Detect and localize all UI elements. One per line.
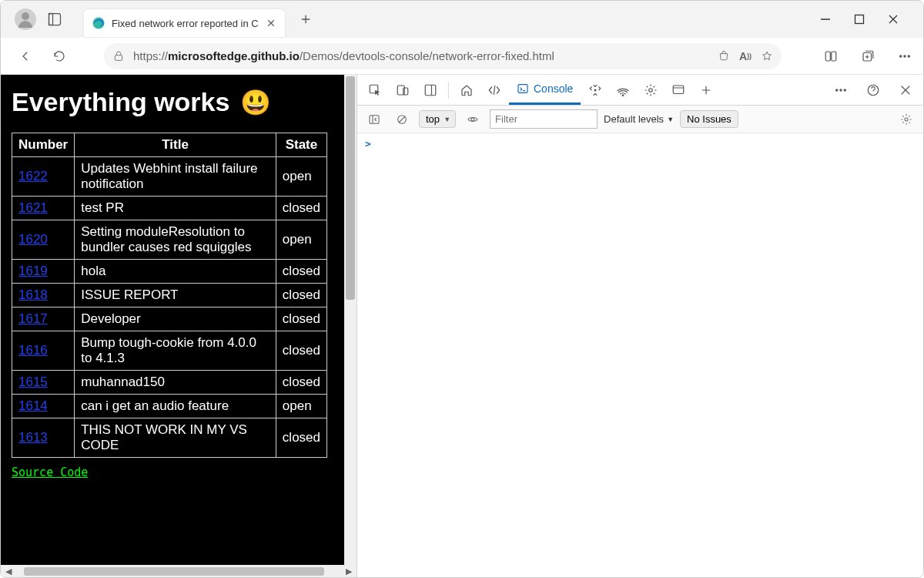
issue-number: 1617 <box>12 307 75 331</box>
issue-link[interactable]: 1621 <box>18 200 48 215</box>
issue-title: Developer <box>75 307 276 331</box>
browser-tab[interactable]: Fixed network error reported in C <box>84 9 285 37</box>
svg-rect-24 <box>370 115 379 123</box>
address-bar[interactable]: https://microsoftedge.github.io/Demos/de… <box>104 43 782 69</box>
issue-link[interactable]: 1613 <box>18 430 48 445</box>
network-tab-icon[interactable] <box>610 77 636 103</box>
source-code-link[interactable]: Source Code <box>12 465 88 479</box>
issue-state: closed <box>276 307 326 331</box>
issue-link[interactable]: 1622 <box>18 169 48 183</box>
elements-tab-icon[interactable] <box>481 77 507 103</box>
issue-number: 1615 <box>12 371 75 395</box>
svg-point-16 <box>594 89 597 91</box>
devtools-more-icon[interactable] <box>828 77 854 103</box>
issue-title: THIS NOT WORK IN MY VS CODE <box>75 418 276 458</box>
device-emulation-icon[interactable] <box>390 77 416 103</box>
issue-link[interactable]: 1619 <box>18 264 48 278</box>
issue-state: open <box>276 220 326 260</box>
svg-rect-3 <box>855 15 864 24</box>
svg-rect-1 <box>49 14 53 25</box>
new-tab-button[interactable] <box>294 8 317 31</box>
emoji-icon: 😃 <box>240 88 271 117</box>
log-levels-selector[interactable]: Default levels <box>604 113 674 125</box>
devtools-close-icon[interactable] <box>892 77 919 103</box>
welcome-tab-icon[interactable] <box>454 77 480 103</box>
issue-link[interactable]: 1620 <box>18 232 48 247</box>
shopping-icon[interactable] <box>717 49 731 63</box>
issue-number: 1620 <box>12 220 75 260</box>
issue-state: open <box>276 157 326 197</box>
table-row: 1616Bump tough-cookie from 4.0.0 to 4.1.… <box>12 331 327 371</box>
svg-rect-19 <box>674 86 685 94</box>
application-tab-icon[interactable] <box>665 77 691 103</box>
no-issues-badge[interactable]: No Issues <box>680 110 738 128</box>
issue-title: muhannad150 <box>75 371 276 395</box>
issue-link[interactable]: 1616 <box>18 343 48 358</box>
clear-console-icon[interactable] <box>391 109 413 130</box>
issue-state: open <box>276 395 326 418</box>
maximize-icon[interactable] <box>854 14 865 25</box>
issue-state: closed <box>276 284 326 307</box>
table-row: 1617Developerclosed <box>12 307 327 331</box>
svg-rect-4 <box>115 55 122 60</box>
read-aloud-icon[interactable]: A)) <box>738 49 752 63</box>
issue-number: 1622 <box>12 157 75 197</box>
issue-number: 1619 <box>12 260 75 284</box>
table-row: 1622Updates Webhint install failure noti… <box>12 157 327 197</box>
window-controls <box>820 14 917 25</box>
workspaces-icon[interactable] <box>44 8 65 30</box>
refresh-button[interactable] <box>47 44 72 69</box>
split-screen-icon[interactable] <box>819 44 843 69</box>
svg-point-20 <box>836 89 838 90</box>
col-state: State <box>276 133 326 157</box>
issue-number: 1618 <box>12 284 75 307</box>
context-selector[interactable]: top <box>419 110 456 128</box>
inspect-icon[interactable] <box>362 77 388 103</box>
svg-point-18 <box>649 88 653 92</box>
sources-tab-icon[interactable] <box>582 77 608 103</box>
collections-icon[interactable] <box>855 44 880 69</box>
browser-tabstrip: Fixed network error reported in C <box>1 1 923 38</box>
site-info-icon[interactable] <box>112 49 126 63</box>
minimize-icon[interactable] <box>820 14 831 25</box>
back-button[interactable] <box>13 44 38 69</box>
table-row: 1613THIS NOT WORK IN MY VS CODEclosed <box>12 418 327 458</box>
svg-rect-0 <box>49 14 61 25</box>
issue-title: test PR <box>75 197 276 220</box>
table-row: 1618ISSUE REPORTclosed <box>12 284 327 307</box>
horizontal-scrollbar[interactable]: ◀ ▶ <box>1 565 357 578</box>
console-tab[interactable]: Console <box>509 76 581 105</box>
svg-rect-14 <box>425 85 436 96</box>
live-expression-icon[interactable] <box>462 109 484 130</box>
issue-link[interactable]: 1617 <box>18 311 48 326</box>
console-settings-icon[interactable] <box>896 109 917 130</box>
issue-state: closed <box>276 331 326 371</box>
issue-state: closed <box>276 371 326 395</box>
tab-close-icon[interactable] <box>265 17 277 29</box>
profile-avatar[interactable] <box>15 8 36 30</box>
issue-state: closed <box>276 197 326 220</box>
table-row: 1621test PRclosed <box>12 197 327 220</box>
issue-link[interactable]: 1614 <box>18 398 48 413</box>
help-icon[interactable] <box>860 77 886 103</box>
issue-number: 1614 <box>12 395 75 418</box>
tab-title: Fixed network error reported in C <box>112 18 259 29</box>
svg-rect-15 <box>518 85 527 93</box>
favorite-icon[interactable] <box>760 49 774 63</box>
more-tabs-icon[interactable] <box>693 77 719 103</box>
issue-state: closed <box>276 418 326 458</box>
issue-link[interactable]: 1618 <box>18 287 48 302</box>
dock-side-icon[interactable] <box>417 77 444 103</box>
close-icon[interactable] <box>888 14 899 25</box>
vertical-scrollbar[interactable] <box>344 75 357 565</box>
console-toolbar: top Default levels No Issues <box>357 106 923 133</box>
filter-input[interactable] <box>490 109 598 129</box>
table-row: 1615muhannad150closed <box>12 371 327 395</box>
performance-tab-icon[interactable] <box>638 77 664 103</box>
devtools-tabbar: Console <box>357 75 923 106</box>
table-row: 1614can i get an audio featureopen <box>12 395 327 418</box>
console-output[interactable]: > <box>357 133 923 578</box>
menu-icon[interactable] <box>892 44 917 69</box>
toggle-sidebar-icon[interactable] <box>363 109 385 130</box>
issue-link[interactable]: 1615 <box>18 375 48 389</box>
